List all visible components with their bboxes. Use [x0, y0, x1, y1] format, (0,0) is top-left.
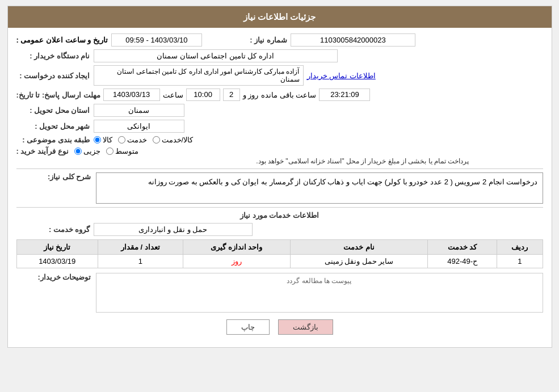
tarikhe-label: تاریخ و ساعت اعلان عمومی :	[16, 36, 108, 44]
radio-kalaKhedmat[interactable]: کالا/خدمت	[153, 136, 194, 144]
col-nam: نام خدمت	[290, 240, 427, 255]
rooz-value: 2	[223, 88, 240, 101]
back-button[interactable]: بازگشت	[278, 319, 333, 335]
services-table: ردیف کد خدمت نام خدمت واحد اندازه گیری ت…	[16, 239, 543, 268]
noeFarayand-label: نوع فرآیند خرید :	[16, 147, 69, 155]
shahr-value: ایوانکی	[94, 120, 184, 133]
tarikhe-value: 1403/03/10 - 09:59	[111, 33, 202, 47]
cell-vahed: روز	[183, 255, 290, 268]
tozihat-box: پیوست ها مطالعه گردد	[96, 273, 543, 313]
col-tarikh: تاریخ نیاز	[16, 240, 98, 255]
buttons-row: بازگشت چاپ	[16, 319, 543, 335]
radio-khedmat-input[interactable]	[118, 136, 125, 144]
cell-kod: ح-49-492	[428, 255, 497, 268]
mohlat-label: مهلت ارسال پاسخ: تا تاریخ:	[16, 91, 100, 99]
col-vahed: واحد اندازه گیری	[183, 240, 290, 255]
cell-nam: سایر حمل ونقل زمینی	[290, 255, 427, 268]
ostan-label: استان محل تحویل :	[16, 106, 90, 115]
radio-kalaKhedmat-label: کالا/خدمت	[162, 136, 194, 144]
radio-jozvi[interactable]: جزیی	[74, 147, 100, 155]
radio-jozvi-label: جزیی	[83, 147, 100, 155]
shomareNiaz-value: 1103005842000023	[291, 33, 415, 47]
page-title: جزئیات اطلاعات نیاز	[8, 6, 552, 28]
ijadKonande-label: ایجاد کننده درخواست :	[16, 71, 90, 80]
tozihat-placeholder: پیوست ها مطالعه گردد	[287, 277, 351, 285]
radio-motevaset-input[interactable]	[106, 147, 114, 155]
grohKhedmat-label: گروه خدمت :	[16, 225, 90, 234]
countdown-label: ساعت باقی مانده	[261, 91, 316, 99]
print-button[interactable]: چاپ	[226, 319, 270, 335]
rooz-label: روز و	[243, 91, 259, 99]
ijadKonande-value: آزاده مبارکی کارشناس امور اداری اداره کل…	[94, 65, 304, 86]
radio-kala[interactable]: کالا	[94, 136, 112, 144]
mohlat-time-label: ساعت	[163, 91, 183, 99]
tozihat-label: توضیحات خریدار:	[38, 273, 91, 281]
mohlat-date: 1403/03/13	[103, 88, 160, 101]
notice-text: پرداخت تمام یا بخشی از مبلغ خریدار از مح…	[16, 157, 543, 165]
grohKhedmat-value: حمل و نقل و انبارداری	[94, 223, 253, 236]
radio-kala-input[interactable]	[94, 136, 101, 144]
radio-kala-label: کالا	[103, 136, 112, 144]
radio-motevaset[interactable]: متوسط	[106, 147, 138, 155]
radio-kalaKhedmat-input[interactable]	[153, 136, 160, 144]
khadamat-section-title: اطلاعات خدمات مورد نیاز	[240, 211, 319, 220]
sharhKoli-box: درخواست انجام 2 سرویس ( 2 عدد خودرو با ک…	[96, 172, 543, 204]
namDastgah-value: اداره کل تامین اجتماعی استان سمنان	[94, 49, 338, 62]
col-radif: ردیف	[497, 240, 543, 255]
ettelaat-link[interactable]: اطلاعات تماس خریدار	[307, 71, 376, 80]
col-kod: کد خدمت	[428, 240, 497, 255]
col-tedad: تعداد / مقدار	[98, 240, 183, 255]
shahr-label: شهر محل تحویل :	[16, 122, 90, 130]
radio-khedmat-label: خدمت	[127, 136, 147, 144]
sharhKoli-label: شرح کلی نیاز:	[48, 172, 91, 181]
radio-khedmat[interactable]: خدمت	[118, 136, 147, 144]
namDastgah-label: نام دستگاه خریدار :	[16, 52, 90, 60]
ostan-value: سمنان	[94, 104, 184, 117]
tabaghe-label: طبقه بندی موضوعی :	[16, 136, 90, 144]
table-row: 1 ح-49-492 سایر حمل ونقل زمینی روز 1 140…	[16, 255, 543, 268]
countdown-value: 23:21:09	[319, 88, 370, 101]
cell-tarikh: 1403/03/19	[16, 255, 98, 268]
mohlat-time: 10:00	[186, 88, 220, 101]
cell-tedad: 1	[98, 255, 183, 268]
shomareNiaz-label: شماره نیاز :	[213, 36, 287, 44]
cell-radif: 1	[497, 255, 543, 268]
radio-jozvi-input[interactable]	[74, 147, 82, 155]
radio-motevaset-label: متوسط	[115, 147, 138, 155]
